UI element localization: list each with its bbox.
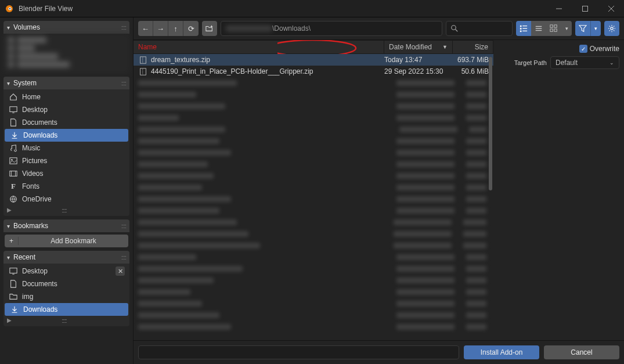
- remove-recent-button[interactable]: ✕: [116, 266, 125, 276]
- cancel-button[interactable]: Cancel: [544, 345, 619, 359]
- scrollbar[interactable]: [489, 57, 492, 190]
- recent-item-img[interactable]: img: [3, 290, 129, 303]
- new-folder-button[interactable]: [202, 21, 217, 36]
- file-row[interactable]: 4445190_Print_in_Place_PCB-Holder___Grip…: [134, 66, 493, 77]
- filter-button[interactable]: [575, 21, 590, 36]
- volumes-list: [3, 34, 129, 73]
- file-rows[interactable]: dream_textures.zip Today 13:47 693.7 MiB…: [134, 54, 493, 340]
- file-row-redacted: [134, 100, 493, 112]
- file-row-redacted: [134, 321, 493, 333]
- file-row-redacted: [134, 147, 493, 158]
- file-row-redacted: [134, 193, 493, 205]
- videos-icon: [8, 169, 19, 178]
- view-options-dropdown[interactable]: ▾: [561, 21, 572, 36]
- file-row-redacted: [134, 217, 493, 228]
- install-addon-button[interactable]: Install Add-on: [464, 345, 539, 359]
- fonts-icon: F: [8, 182, 19, 191]
- settings-button[interactable]: [604, 21, 619, 36]
- file-row-redacted: [134, 298, 493, 309]
- svg-rect-23: [520, 31, 522, 33]
- file-row-redacted: [134, 89, 493, 100]
- svg-point-19: [452, 26, 456, 30]
- overwrite-option[interactable]: ✓ Overwrite: [498, 45, 619, 53]
- chevron-down-icon: ▾: [7, 80, 10, 87]
- music-icon: [8, 143, 19, 153]
- svg-rect-32: [550, 29, 553, 31]
- add-bookmark-button[interactable]: + Add Bookmark: [5, 235, 128, 247]
- play-icon[interactable]: ▶: [7, 207, 12, 214]
- filename-input[interactable]: [138, 345, 459, 359]
- view-thumbnail-button[interactable]: [546, 21, 561, 36]
- sidebar-item-desktop[interactable]: Desktop: [3, 103, 129, 116]
- sidebar-item-downloads[interactable]: Downloads: [5, 129, 128, 142]
- back-button[interactable]: ←: [138, 21, 153, 36]
- file-row-redacted: [134, 228, 493, 240]
- drag-handle-icon[interactable]: ::::: [121, 222, 126, 229]
- bookmarks-header[interactable]: ▾ Bookmarks ::::: [3, 219, 129, 232]
- sidebar-item-home[interactable]: Home: [3, 91, 129, 103]
- recent-item-downloads[interactable]: Downloads: [5, 303, 128, 316]
- file-row-redacted: [134, 251, 493, 263]
- recent-item-documents[interactable]: Documents: [3, 277, 129, 290]
- desktop-icon: [8, 105, 19, 114]
- close-button[interactable]: [598, 0, 624, 17]
- system-header[interactable]: ▾ System ::::: [3, 77, 129, 89]
- svg-rect-38: [140, 68, 146, 74]
- pictures-icon: [8, 156, 19, 165]
- forward-button[interactable]: →: [153, 21, 168, 36]
- drag-handle-icon[interactable]: ::::: [62, 207, 66, 214]
- file-row-redacted: [134, 124, 493, 135]
- svg-point-2: [9, 8, 11, 9]
- overwrite-checkbox[interactable]: ✓: [579, 45, 587, 53]
- play-icon[interactable]: ▶: [7, 317, 12, 324]
- sidebar-item-videos[interactable]: Videos: [3, 167, 129, 180]
- search-icon: [451, 25, 458, 32]
- search-input[interactable]: [446, 21, 513, 36]
- file-row-redacted: [134, 263, 493, 275]
- sidebar-item-music[interactable]: Music: [3, 142, 129, 154]
- file-row-redacted: [134, 205, 493, 217]
- parent-button[interactable]: ↑: [168, 21, 183, 36]
- sidebar-item-documents[interactable]: Documents: [3, 116, 129, 129]
- filter-dropdown[interactable]: ▾: [590, 21, 601, 36]
- view-list-horizontal-button[interactable]: [531, 21, 546, 36]
- recent-item-desktop[interactable]: Desktop✕: [3, 265, 129, 277]
- minimize-button[interactable]: [546, 0, 572, 17]
- svg-rect-7: [10, 107, 17, 112]
- home-icon: [8, 92, 19, 102]
- volumes-header[interactable]: ▾ Volumes ::::: [3, 21, 129, 34]
- target-path-select[interactable]: Default ⌄: [550, 56, 619, 69]
- sidebar: ▾ Volumes :::: ▾ System :::: Home Deskto…: [0, 17, 134, 364]
- svg-rect-22: [520, 28, 522, 30]
- drag-handle-icon[interactable]: ::::: [62, 317, 66, 324]
- documents-icon: [8, 118, 19, 127]
- drag-handle-icon[interactable]: ::::: [121, 254, 126, 261]
- recent-header[interactable]: ▾ Recent ::::: [3, 251, 129, 264]
- file-row[interactable]: dream_textures.zip Today 13:47 693.7 MiB: [134, 54, 493, 66]
- sort-desc-icon: ▼: [442, 44, 448, 50]
- file-list: Name Date Modified▼ Size dream_textures.…: [134, 40, 493, 340]
- file-row-redacted: [134, 135, 493, 147]
- refresh-button[interactable]: ⟳: [183, 21, 199, 36]
- chevron-down-icon: ▾: [7, 223, 10, 229]
- svg-rect-33: [554, 29, 557, 31]
- path-input[interactable]: \Downloads\: [221, 21, 442, 36]
- drag-handle-icon[interactable]: ::::: [121, 80, 126, 87]
- content-area: ← → ↑ ⟳ \Downloads\ ▾ ▾: [134, 17, 624, 364]
- sidebar-item-fonts[interactable]: FFonts: [3, 180, 129, 193]
- bottom-bar: Install Add-on Cancel: [134, 340, 624, 364]
- view-list-vertical-button[interactable]: [516, 21, 531, 36]
- chevron-down-icon: ▾: [7, 254, 10, 261]
- column-name[interactable]: Name: [134, 41, 384, 53]
- column-date[interactable]: Date Modified▼: [384, 41, 453, 53]
- sidebar-item-onedrive[interactable]: OneDrive: [3, 193, 129, 206]
- sidebar-item-pictures[interactable]: Pictures: [3, 154, 129, 167]
- download-icon: [9, 131, 20, 140]
- column-size[interactable]: Size: [453, 41, 493, 53]
- maximize-button[interactable]: [572, 0, 598, 17]
- folder-icon: [8, 292, 19, 301]
- svg-rect-4: [582, 6, 587, 11]
- zip-icon: [138, 68, 147, 75]
- chevron-down-icon: ▾: [7, 24, 10, 31]
- drag-handle-icon[interactable]: ::::: [121, 24, 126, 31]
